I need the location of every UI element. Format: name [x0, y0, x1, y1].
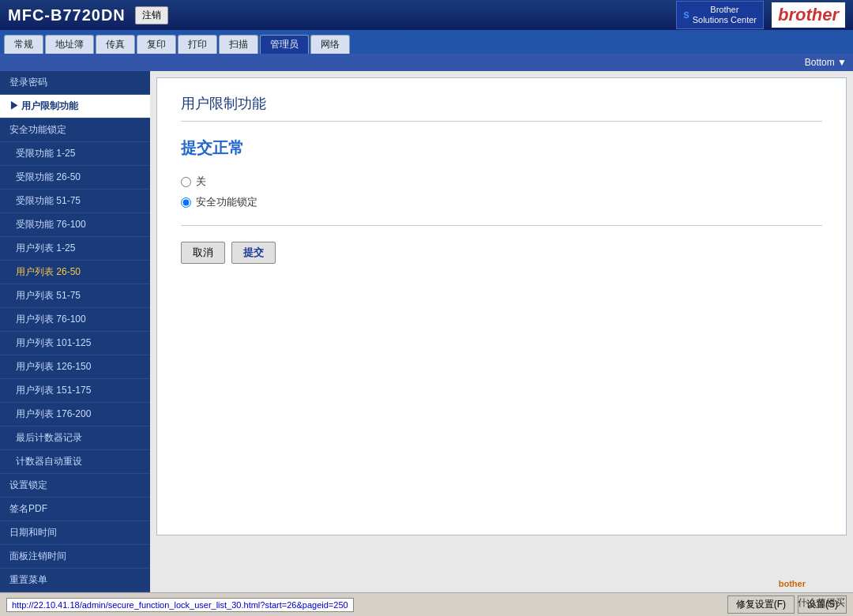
- sidebar-item[interactable]: 日期和时间: [0, 521, 150, 545]
- app-title: MFC-B7720DN: [8, 6, 126, 24]
- sidebar-item[interactable]: 受限功能 51-75: [0, 190, 150, 213]
- nav-tabs: 常规地址簿传真复印打印扫描管理员网络: [0, 30, 853, 54]
- action-buttons: 取消 提交: [181, 242, 822, 264]
- sidebar-item[interactable]: 用户列表 26-50: [0, 261, 150, 284]
- content-box: 用户限制功能 提交正常 关 安全功能锁定 取消 提交: [156, 77, 847, 535]
- radio-off-label: 关: [196, 175, 206, 189]
- nav-tab-传真[interactable]: 传真: [96, 35, 135, 54]
- sidebar: 登录密码▶ 用户限制功能安全功能锁定受限功能 1-25受限功能 26-50受限功…: [0, 71, 150, 592]
- radio-off[interactable]: [181, 177, 191, 187]
- solutions-center-button[interactable]: S BrotherSolutions Center: [676, 1, 764, 29]
- sidebar-item[interactable]: 受限功能 1-25: [0, 142, 150, 166]
- sidebar-item[interactable]: 用户列表 51-75: [0, 284, 150, 308]
- header-right: S BrotherSolutions Center brother: [676, 1, 845, 29]
- nav-tab-网络[interactable]: 网络: [310, 35, 350, 54]
- sidebar-item[interactable]: 用户列表 76-100: [0, 308, 150, 332]
- brother-logo: brother: [772, 2, 845, 28]
- radio-off-group: 关: [181, 175, 822, 189]
- sidebar-item[interactable]: 最后计数器记录: [0, 426, 150, 450]
- submit-action-button[interactable]: 提交: [231, 242, 276, 264]
- sidebar-item[interactable]: 用户列表 151-175: [0, 379, 150, 403]
- sidebar-item[interactable]: 用户列表 126-150: [0, 355, 150, 379]
- page-title: 用户限制功能: [181, 94, 822, 122]
- sidebar-item[interactable]: 用户列表 101-125: [0, 332, 150, 355]
- url-bar: http://22.10.41.18/admin/secure_function…: [6, 598, 354, 612]
- right-text: 什么值得买: [798, 596, 845, 610]
- sidebar-item[interactable]: 面板注销时间: [0, 545, 150, 569]
- sidebar-item[interactable]: 用户列表 1-25: [0, 237, 150, 261]
- nav-tab-管理员[interactable]: 管理员: [260, 35, 309, 54]
- bottom-bar: Bottom ▼: [0, 54, 853, 71]
- sidebar-item[interactable]: 签名PDF: [0, 498, 150, 521]
- sidebar-item[interactable]: 计数器自动重设: [0, 450, 150, 474]
- cancel-action-button[interactable]: 取消: [181, 242, 225, 264]
- nav-tab-打印[interactable]: 打印: [178, 35, 217, 54]
- sidebar-item[interactable]: 重置菜单: [0, 569, 150, 592]
- sidebar-item[interactable]: 设置锁定: [0, 474, 150, 498]
- nav-tab-地址簿[interactable]: 地址簿: [45, 35, 94, 54]
- repair-settings-button[interactable]: 修复设置(F): [727, 595, 795, 614]
- sidebar-item[interactable]: 受限功能 26-50: [0, 166, 150, 190]
- radio-lock-label: 安全功能锁定: [196, 195, 257, 209]
- main-layout: 登录密码▶ 用户限制功能安全功能锁定受限功能 1-25受限功能 26-50受限功…: [0, 71, 853, 592]
- nav-tab-复印[interactable]: 复印: [137, 35, 176, 54]
- nav-tab-扫描[interactable]: 扫描: [219, 35, 258, 54]
- sidebar-item[interactable]: 用户列表 176-200: [0, 403, 150, 426]
- sidebar-item[interactable]: ▶ 用户限制功能: [0, 95, 150, 118]
- sidebar-item[interactable]: 受限功能 76-100: [0, 213, 150, 237]
- solutions-label: BrotherSolutions Center: [693, 5, 757, 25]
- content-area: 用户限制功能 提交正常 关 安全功能锁定 取消 提交: [150, 71, 853, 592]
- header: MFC-B7720DN 注销 S BrotherSolutions Center…: [0, 0, 853, 30]
- success-message: 提交正常: [181, 137, 822, 159]
- bottom-label: Bottom ▼: [805, 57, 847, 68]
- radio-lock[interactable]: [181, 197, 191, 208]
- divider: [181, 225, 822, 226]
- status-bar: http://22.10.41.18/admin/secure_function…: [0, 592, 853, 616]
- sidebar-item[interactable]: 安全功能锁定: [0, 118, 150, 142]
- radio-lock-group: 安全功能锁定: [181, 195, 822, 209]
- nav-tab-常规[interactable]: 常规: [4, 35, 43, 54]
- sidebar-item[interactable]: 登录密码: [0, 71, 150, 95]
- cancel-button[interactable]: 注销: [135, 6, 168, 24]
- watermark: bother: [779, 579, 806, 588]
- s-icon: S: [683, 10, 689, 20]
